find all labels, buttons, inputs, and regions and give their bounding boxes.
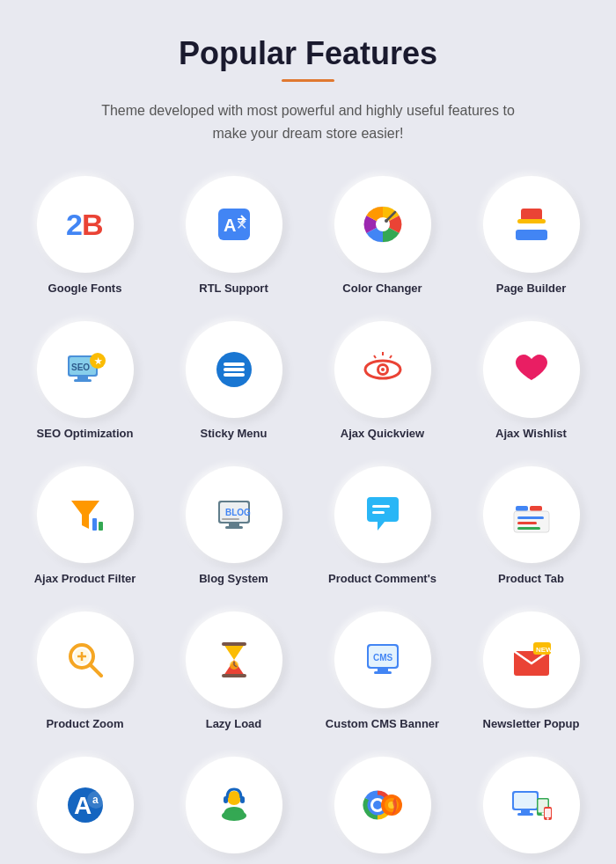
feature-rtl-support: A ✕ RTL Support xyxy=(166,176,301,297)
icon-circle-ajax-product-filter xyxy=(37,466,134,563)
icon-circle-ajax-quickview xyxy=(334,321,431,418)
icon-circle-product-zoom xyxy=(37,611,134,708)
svg-text:★: ★ xyxy=(94,356,103,366)
features-grid: 2 B Google Fonts A ✕ RTL Support xyxy=(18,176,598,864)
svg-text:2: 2 xyxy=(66,208,83,241)
subtitle: Theme developed with most powerful and h… xyxy=(88,99,528,144)
feature-lazy-load: Lazy Load xyxy=(166,611,301,732)
svg-line-51 xyxy=(91,665,101,676)
feature-label-page-builder: Page Builder xyxy=(496,282,566,297)
svg-line-28 xyxy=(390,355,392,358)
svg-point-26 xyxy=(381,368,385,371)
svg-marker-52 xyxy=(224,644,245,660)
svg-rect-21 xyxy=(224,368,245,371)
feature-ajax-wishlist: Ajax Wishlist xyxy=(464,321,598,442)
svg-point-74 xyxy=(222,810,246,821)
icon-circle-browser-compatibility xyxy=(334,757,431,853)
feature-label-product-tab: Product Tab xyxy=(498,572,564,587)
svg-rect-9 xyxy=(521,209,542,221)
svg-rect-39 xyxy=(372,505,390,508)
feature-custom-cms-banner: CMS Custom CMS Banner xyxy=(315,611,450,732)
svg-point-77 xyxy=(373,801,382,809)
feature-sticky-menu: Sticky Menu xyxy=(166,321,301,442)
svg-rect-42 xyxy=(530,506,542,511)
svg-text:SEO: SEO xyxy=(71,362,90,372)
svg-rect-32 xyxy=(99,522,103,531)
svg-rect-11 xyxy=(516,230,547,240)
feature-product-comments: Product Comment's xyxy=(315,466,450,587)
svg-line-29 xyxy=(374,355,376,358)
feature-responsive-design: 100% Responsive Design xyxy=(464,757,598,864)
feature-label-sticky-menu: Sticky Menu xyxy=(201,427,268,442)
icon-circle-google-fonts: 2 B xyxy=(37,176,134,273)
svg-text:BLOG: BLOG xyxy=(225,508,251,517)
svg-rect-83 xyxy=(521,810,530,813)
svg-rect-72 xyxy=(224,796,228,803)
icon-circle-custom-cms-banner: CMS xyxy=(334,611,431,708)
feature-color-changer: Color Changer xyxy=(315,176,450,297)
feature-product-tab: Product Tab xyxy=(464,466,598,587)
page-title: Popular Features xyxy=(179,35,437,72)
svg-rect-38 xyxy=(225,526,243,529)
svg-text:CMS: CMS xyxy=(373,653,393,663)
svg-rect-16 xyxy=(74,379,92,382)
feature-label-newsletter-popup: Newsletter Popup xyxy=(483,717,580,732)
svg-rect-22 xyxy=(224,373,245,377)
svg-rect-15 xyxy=(77,377,88,379)
icon-circle-product-tab xyxy=(483,466,580,563)
icon-circle-product-comments xyxy=(334,466,431,563)
svg-text:B: B xyxy=(82,208,104,241)
icon-circle-ajax-wishlist xyxy=(483,321,580,418)
icon-circle-page-builder xyxy=(483,176,580,273)
feature-newsletter-popup: NEWS Newsletter Popup xyxy=(464,611,598,732)
svg-rect-41 xyxy=(516,506,528,511)
feature-label-seo-optimization: SEO Optimization xyxy=(37,427,134,442)
icon-circle-lazy-load xyxy=(186,611,282,708)
icon-circle-seo-optimization: SEO ★ xyxy=(37,321,134,418)
feature-label-color-changer: Color Changer xyxy=(342,282,422,297)
feature-ajax-product-filter: Ajax Product Filter xyxy=(18,466,152,587)
feature-label-ajax-wishlist: Ajax Wishlist xyxy=(495,427,567,442)
svg-rect-31 xyxy=(92,518,97,531)
icon-circle-customer-support xyxy=(186,757,282,853)
svg-rect-20 xyxy=(224,362,245,366)
feature-blog-system: BLOG Blog System xyxy=(166,466,301,587)
feature-label-ajax-quickview: Ajax Quickview xyxy=(341,427,424,442)
svg-rect-55 xyxy=(222,674,246,677)
svg-point-90 xyxy=(546,817,548,819)
icon-circle-sticky-menu xyxy=(186,321,282,418)
svg-rect-62 xyxy=(378,669,388,671)
svg-rect-10 xyxy=(517,219,546,223)
feature-page-builder: Page Builder xyxy=(464,176,598,297)
feature-label-rtl-support: RTL Support xyxy=(199,282,268,297)
svg-rect-45 xyxy=(517,522,537,524)
svg-text:A: A xyxy=(224,216,236,235)
icon-circle-color-changer xyxy=(334,176,431,273)
feature-product-zoom: Product Zoom xyxy=(18,611,152,732)
svg-text:a: a xyxy=(92,794,99,806)
feature-label-ajax-product-filter: Ajax Product Filter xyxy=(34,572,136,587)
svg-rect-73 xyxy=(240,796,245,803)
svg-rect-54 xyxy=(222,642,246,646)
svg-point-8 xyxy=(385,219,388,223)
icon-circle-newsletter-popup: NEWS xyxy=(483,611,580,708)
feature-ajax-quickview: Ajax Quickview xyxy=(315,321,450,442)
feature-font-changer: A a Font Changer xyxy=(18,757,152,864)
svg-rect-89 xyxy=(545,809,551,817)
feature-label-blog-system: Blog System xyxy=(199,572,268,587)
feature-label-custom-cms-banner: Custom CMS Banner xyxy=(326,717,439,732)
feature-label-google-fonts: Google Fonts xyxy=(48,282,122,297)
title-underline xyxy=(282,79,334,82)
icon-circle-blog-system: BLOG xyxy=(186,466,282,563)
icon-circle-responsive-design xyxy=(483,757,580,853)
svg-rect-63 xyxy=(374,671,392,674)
icon-circle-font-changer: A a xyxy=(37,757,134,853)
svg-rect-40 xyxy=(372,511,385,514)
svg-rect-82 xyxy=(514,793,537,809)
feature-label-product-zoom: Product Zoom xyxy=(46,717,123,732)
svg-rect-36 xyxy=(222,518,239,520)
svg-text:NEWS: NEWS xyxy=(536,646,554,654)
feature-google-fonts: 2 B Google Fonts xyxy=(18,176,152,297)
svg-rect-44 xyxy=(517,516,544,519)
feature-label-product-comments: Product Comment's xyxy=(328,572,436,587)
